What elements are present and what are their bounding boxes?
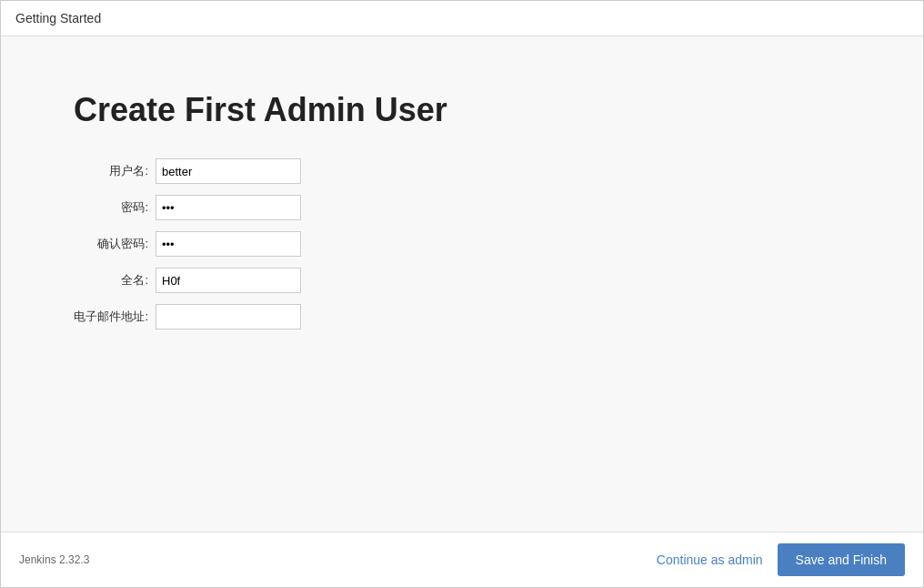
username-label: 用户名:	[74, 163, 156, 179]
main-content: Create First Admin User 用户名: 密码: 确认密码: 全…	[1, 36, 923, 532]
header: Getting Started	[1, 1, 923, 36]
email-label: 电子邮件地址:	[74, 309, 156, 325]
email-input[interactable]	[156, 304, 301, 329]
fullname-row: 全名:	[74, 268, 301, 293]
password-row: 密码:	[74, 195, 301, 220]
header-title: Getting Started	[15, 11, 101, 25]
username-input[interactable]	[156, 158, 301, 184]
fullname-label: 全名:	[74, 272, 156, 289]
page-title: Create First Admin User	[74, 91, 447, 129]
confirm-password-label: 确认密码:	[74, 236, 156, 252]
password-input[interactable]	[156, 195, 301, 220]
username-row: 用户名:	[74, 158, 301, 184]
footer-actions: Continue as admin Save and Finish	[657, 543, 905, 576]
save-and-finish-button[interactable]: Save and Finish	[778, 543, 905, 576]
version-label: Jenkins 2.32.3	[19, 553, 89, 566]
admin-user-form: 用户名: 密码: 确认密码: 全名: 电子邮件地址:	[74, 158, 301, 340]
confirm-password-row: 确认密码:	[74, 231, 301, 257]
continue-as-admin-button[interactable]: Continue as admin	[657, 553, 763, 567]
confirm-password-input[interactable]	[156, 231, 301, 257]
email-row: 电子邮件地址:	[74, 304, 301, 329]
footer: Jenkins 2.32.3 Continue as admin Save an…	[1, 532, 923, 587]
app-window: Getting Started Create First Admin User …	[0, 0, 924, 588]
fullname-input[interactable]	[156, 268, 301, 293]
password-label: 密码:	[74, 199, 156, 216]
